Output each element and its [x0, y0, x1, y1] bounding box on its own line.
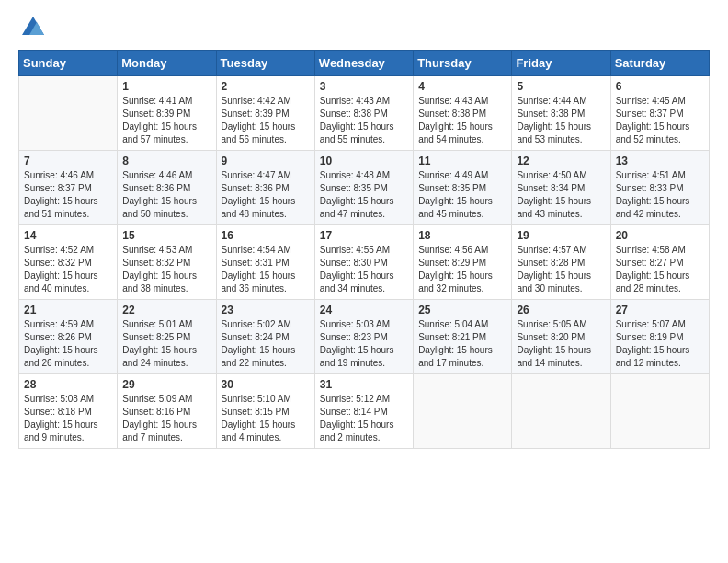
weekday-header-friday: Friday	[512, 51, 610, 76]
weekday-header-monday: Monday	[118, 51, 216, 76]
calendar-cell: 25 Sunrise: 5:04 AMSunset: 8:21 PMDaylig…	[414, 300, 512, 374]
calendar-cell: 27 Sunrise: 5:07 AMSunset: 8:19 PMDaylig…	[610, 300, 709, 374]
calendar-cell: 13 Sunrise: 4:51 AMSunset: 8:33 PMDaylig…	[610, 151, 709, 225]
day-info: Sunrise: 5:08 AMSunset: 8:18 PMDaylight:…	[24, 393, 112, 444]
calendar-cell: 31 Sunrise: 5:12 AMSunset: 8:14 PMDaylig…	[314, 374, 413, 449]
day-info: Sunrise: 4:57 AMSunset: 8:28 PMDaylight:…	[517, 244, 605, 295]
day-info: Sunrise: 4:42 AMSunset: 8:39 PMDaylight:…	[222, 95, 310, 146]
day-info: Sunrise: 4:51 AMSunset: 8:33 PMDaylight:…	[616, 169, 704, 221]
day-info: Sunrise: 4:47 AMSunset: 8:36 PMDaylight:…	[222, 169, 310, 221]
calendar-week-row: 21 Sunrise: 4:59 AMSunset: 8:26 PMDaylig…	[19, 300, 710, 374]
calendar-cell: 8 Sunrise: 4:46 AMSunset: 8:36 PMDayligh…	[118, 151, 216, 225]
calendar-cell: 6 Sunrise: 4:45 AMSunset: 8:37 PMDayligh…	[610, 76, 709, 151]
day-info: Sunrise: 5:03 AMSunset: 8:23 PMDaylight:…	[320, 318, 408, 370]
day-info: Sunrise: 4:43 AMSunset: 8:38 PMDaylight:…	[320, 95, 408, 146]
day-info: Sunrise: 5:05 AMSunset: 8:20 PMDaylight:…	[517, 318, 605, 370]
day-number: 28	[24, 378, 112, 391]
day-number: 3	[320, 80, 408, 93]
weekday-header-sunday: Sunday	[19, 51, 118, 76]
calendar-cell: 21 Sunrise: 4:59 AMSunset: 8:26 PMDaylig…	[19, 300, 118, 374]
calendar-cell: 3 Sunrise: 4:43 AMSunset: 8:38 PMDayligh…	[314, 76, 413, 151]
day-number: 27	[616, 304, 704, 316]
calendar-cell: 20 Sunrise: 4:58 AMSunset: 8:27 PMDaylig…	[610, 225, 709, 300]
day-info: Sunrise: 4:46 AMSunset: 8:37 PMDaylight:…	[24, 169, 112, 221]
day-number: 23	[222, 304, 310, 316]
day-number: 29	[122, 378, 210, 391]
day-info: Sunrise: 5:12 AMSunset: 8:14 PMDaylight:…	[320, 393, 408, 444]
day-info: Sunrise: 4:45 AMSunset: 8:37 PMDaylight:…	[616, 95, 704, 146]
calendar-cell: 29 Sunrise: 5:09 AMSunset: 8:16 PMDaylig…	[118, 374, 216, 449]
day-number: 20	[616, 229, 704, 242]
day-info: Sunrise: 4:58 AMSunset: 8:27 PMDaylight:…	[616, 244, 704, 295]
calendar-cell: 1 Sunrise: 4:41 AMSunset: 8:39 PMDayligh…	[118, 76, 216, 151]
calendar-cell: 17 Sunrise: 4:55 AMSunset: 8:30 PMDaylig…	[314, 225, 413, 300]
calendar-cell: 18 Sunrise: 4:56 AMSunset: 8:29 PMDaylig…	[414, 225, 512, 300]
calendar-week-row: 14 Sunrise: 4:52 AMSunset: 8:32 PMDaylig…	[19, 225, 710, 300]
day-number: 19	[517, 229, 605, 242]
day-number: 5	[517, 80, 605, 93]
calendar-cell: 11 Sunrise: 4:49 AMSunset: 8:35 PMDaylig…	[414, 151, 512, 225]
logo-icon	[20, 15, 46, 40]
day-info: Sunrise: 4:55 AMSunset: 8:30 PMDaylight:…	[320, 244, 408, 295]
day-number: 14	[24, 229, 112, 242]
weekday-header-tuesday: Tuesday	[216, 51, 314, 76]
calendar-week-row: 7 Sunrise: 4:46 AMSunset: 8:37 PMDayligh…	[19, 151, 710, 225]
calendar-cell: 14 Sunrise: 4:52 AMSunset: 8:32 PMDaylig…	[19, 225, 118, 300]
day-info: Sunrise: 5:10 AMSunset: 8:15 PMDaylight:…	[222, 393, 310, 444]
calendar-cell	[19, 76, 118, 151]
day-number: 26	[517, 304, 605, 316]
calendar-cell: 22 Sunrise: 5:01 AMSunset: 8:25 PMDaylig…	[118, 300, 216, 374]
calendar-cell	[414, 374, 512, 449]
day-number: 24	[320, 304, 408, 316]
day-number: 12	[517, 155, 605, 167]
day-number: 7	[24, 155, 112, 167]
calendar-cell: 7 Sunrise: 4:46 AMSunset: 8:37 PMDayligh…	[19, 151, 118, 225]
day-info: Sunrise: 5:07 AMSunset: 8:19 PMDaylight:…	[616, 318, 704, 370]
day-number: 11	[418, 155, 506, 167]
day-number: 22	[122, 304, 210, 316]
day-info: Sunrise: 5:09 AMSunset: 8:16 PMDaylight:…	[122, 393, 210, 444]
day-number: 13	[616, 155, 704, 167]
calendar-cell: 5 Sunrise: 4:44 AMSunset: 8:38 PMDayligh…	[512, 76, 610, 151]
day-info: Sunrise: 4:43 AMSunset: 8:38 PMDaylight:…	[418, 95, 506, 146]
day-info: Sunrise: 4:41 AMSunset: 8:39 PMDaylight:…	[122, 95, 210, 146]
day-info: Sunrise: 5:01 AMSunset: 8:25 PMDaylight:…	[122, 318, 210, 370]
calendar-cell: 26 Sunrise: 5:05 AMSunset: 8:20 PMDaylig…	[512, 300, 610, 374]
calendar-cell: 19 Sunrise: 4:57 AMSunset: 8:28 PMDaylig…	[512, 225, 610, 300]
day-number: 9	[222, 155, 310, 167]
calendar-cell: 16 Sunrise: 4:54 AMSunset: 8:31 PMDaylig…	[216, 225, 314, 300]
calendar-cell: 10 Sunrise: 4:48 AMSunset: 8:35 PMDaylig…	[314, 151, 413, 225]
day-info: Sunrise: 4:52 AMSunset: 8:32 PMDaylight:…	[24, 244, 112, 295]
page-header	[18, 15, 710, 40]
day-number: 18	[418, 229, 506, 242]
logo	[18, 15, 46, 40]
day-info: Sunrise: 4:49 AMSunset: 8:35 PMDaylight:…	[418, 169, 506, 221]
weekday-header-row: SundayMondayTuesdayWednesdayThursdayFrid…	[19, 51, 710, 76]
day-number: 17	[320, 229, 408, 242]
day-info: Sunrise: 4:44 AMSunset: 8:38 PMDaylight:…	[517, 95, 605, 146]
calendar-cell: 9 Sunrise: 4:47 AMSunset: 8:36 PMDayligh…	[216, 151, 314, 225]
day-info: Sunrise: 4:54 AMSunset: 8:31 PMDaylight:…	[222, 244, 310, 295]
calendar-cell: 23 Sunrise: 5:02 AMSunset: 8:24 PMDaylig…	[216, 300, 314, 374]
calendar-cell: 30 Sunrise: 5:10 AMSunset: 8:15 PMDaylig…	[216, 374, 314, 449]
day-number: 21	[24, 304, 112, 316]
weekday-header-thursday: Thursday	[414, 51, 512, 76]
calendar-table: SundayMondayTuesdayWednesdayThursdayFrid…	[18, 50, 710, 449]
day-number: 6	[616, 80, 704, 93]
calendar-cell	[512, 374, 610, 449]
day-info: Sunrise: 4:56 AMSunset: 8:29 PMDaylight:…	[418, 244, 506, 295]
day-number: 2	[222, 80, 310, 93]
weekday-header-saturday: Saturday	[610, 51, 709, 76]
day-info: Sunrise: 5:04 AMSunset: 8:21 PMDaylight:…	[418, 318, 506, 370]
day-number: 1	[122, 80, 210, 93]
calendar-cell: 15 Sunrise: 4:53 AMSunset: 8:32 PMDaylig…	[118, 225, 216, 300]
day-info: Sunrise: 5:02 AMSunset: 8:24 PMDaylight:…	[222, 318, 310, 370]
day-info: Sunrise: 4:53 AMSunset: 8:32 PMDaylight:…	[122, 244, 210, 295]
calendar-week-row: 28 Sunrise: 5:08 AMSunset: 8:18 PMDaylig…	[19, 374, 710, 449]
day-info: Sunrise: 4:50 AMSunset: 8:34 PMDaylight:…	[517, 169, 605, 221]
day-number: 25	[418, 304, 506, 316]
calendar-cell: 2 Sunrise: 4:42 AMSunset: 8:39 PMDayligh…	[216, 76, 314, 151]
calendar-week-row: 1 Sunrise: 4:41 AMSunset: 8:39 PMDayligh…	[19, 76, 710, 151]
day-number: 4	[418, 80, 506, 93]
day-info: Sunrise: 4:46 AMSunset: 8:36 PMDaylight:…	[122, 169, 210, 221]
